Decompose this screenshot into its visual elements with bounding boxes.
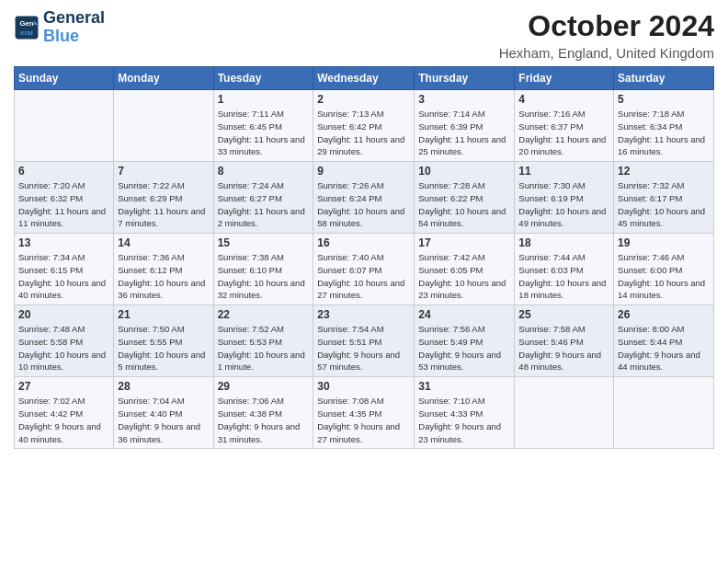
day-info: Sunrise: 7:16 AM Sunset: 6:37 PM Dayligh…	[518, 108, 609, 158]
month-title: October 2024	[499, 9, 714, 43]
header-day: Tuesday	[213, 67, 313, 90]
day-number: 24	[418, 308, 510, 321]
header-day: Wednesday	[313, 67, 415, 90]
day-info: Sunrise: 7:11 AM Sunset: 6:45 PM Dayligh…	[218, 108, 310, 158]
day-info: Sunrise: 7:40 AM Sunset: 6:07 PM Dayligh…	[317, 251, 410, 302]
day-info: Sunrise: 7:04 AM Sunset: 4:40 PM Dayligh…	[118, 395, 209, 445]
day-info: Sunrise: 7:13 AM Sunset: 6:42 PM Dayligh…	[317, 108, 410, 158]
day-number: 22	[218, 308, 310, 321]
calendar-cell: 28Sunrise: 7:04 AM Sunset: 4:40 PM Dayli…	[114, 377, 213, 449]
calendar-cell: 19Sunrise: 7:46 AM Sunset: 6:00 PM Dayli…	[614, 234, 714, 305]
logo: Gen eral General Blue	[14, 9, 105, 46]
day-number: 11	[518, 165, 609, 178]
calendar-cell: 8Sunrise: 7:24 AM Sunset: 6:27 PM Daylig…	[213, 162, 313, 234]
header-day: Thursday	[415, 67, 515, 90]
calendar-cell: 12Sunrise: 7:32 AM Sunset: 6:17 PM Dayli…	[614, 162, 714, 234]
location-title: Hexham, England, United Kingdom	[499, 45, 714, 61]
day-number: 7	[118, 165, 209, 178]
calendar-cell: 11Sunrise: 7:30 AM Sunset: 6:19 PM Dayli…	[515, 162, 614, 234]
day-number: 20	[18, 308, 109, 321]
calendar-cell: 26Sunrise: 8:00 AM Sunset: 5:44 PM Dayli…	[614, 305, 714, 377]
calendar-cell	[614, 377, 714, 449]
calendar-table: SundayMondayTuesdayWednesdayThursdayFrid…	[14, 66, 714, 449]
page: Gen eral General Blue October 2024 Hexha…	[0, 0, 728, 458]
svg-text:Gen: Gen	[19, 19, 33, 28]
day-info: Sunrise: 7:42 AM Sunset: 6:05 PM Dayligh…	[418, 251, 510, 302]
day-number: 3	[418, 93, 510, 106]
calendar-cell: 18Sunrise: 7:44 AM Sunset: 6:03 PM Dayli…	[515, 234, 614, 305]
calendar-cell: 10Sunrise: 7:28 AM Sunset: 6:22 PM Dayli…	[415, 162, 515, 234]
svg-text:eral: eral	[20, 29, 33, 37]
calendar-cell: 14Sunrise: 7:36 AM Sunset: 6:12 PM Dayli…	[114, 234, 213, 305]
day-number: 14	[118, 236, 209, 249]
day-info: Sunrise: 7:32 AM Sunset: 6:17 PM Dayligh…	[618, 179, 710, 230]
header: Gen eral General Blue October 2024 Hexha…	[14, 9, 714, 61]
header-row: SundayMondayTuesdayWednesdayThursdayFrid…	[15, 67, 714, 90]
day-info: Sunrise: 7:22 AM Sunset: 6:29 PM Dayligh…	[118, 179, 209, 230]
calendar-cell	[114, 90, 213, 162]
day-number: 17	[418, 236, 510, 249]
calendar-cell: 4Sunrise: 7:16 AM Sunset: 6:37 PM Daylig…	[515, 90, 614, 162]
calendar-cell: 9Sunrise: 7:26 AM Sunset: 6:24 PM Daylig…	[313, 162, 415, 234]
day-info: Sunrise: 7:34 AM Sunset: 6:15 PM Dayligh…	[18, 251, 109, 302]
header-day: Sunday	[15, 67, 114, 90]
day-info: Sunrise: 7:58 AM Sunset: 5:46 PM Dayligh…	[518, 323, 609, 373]
header-day: Saturday	[614, 67, 714, 90]
day-number: 28	[118, 380, 209, 393]
calendar-cell: 21Sunrise: 7:50 AM Sunset: 5:55 PM Dayli…	[114, 305, 213, 377]
calendar-cell: 16Sunrise: 7:40 AM Sunset: 6:07 PM Dayli…	[313, 234, 415, 305]
calendar-cell: 15Sunrise: 7:38 AM Sunset: 6:10 PM Dayli…	[213, 234, 313, 305]
day-number: 1	[218, 93, 310, 106]
day-number: 18	[518, 236, 609, 249]
day-number: 26	[618, 308, 710, 321]
calendar-cell: 25Sunrise: 7:58 AM Sunset: 5:46 PM Dayli…	[515, 305, 614, 377]
calendar-cell: 30Sunrise: 7:08 AM Sunset: 4:35 PM Dayli…	[313, 377, 415, 449]
day-number: 23	[317, 308, 410, 321]
calendar-cell: 23Sunrise: 7:54 AM Sunset: 5:51 PM Dayli…	[313, 305, 415, 377]
calendar-cell: 17Sunrise: 7:42 AM Sunset: 6:05 PM Dayli…	[415, 234, 515, 305]
day-number: 30	[317, 380, 410, 393]
day-info: Sunrise: 7:54 AM Sunset: 5:51 PM Dayligh…	[317, 323, 410, 373]
logo-line2: Blue	[43, 28, 105, 46]
calendar-cell: 27Sunrise: 7:02 AM Sunset: 4:42 PM Dayli…	[15, 377, 114, 449]
calendar-cell: 13Sunrise: 7:34 AM Sunset: 6:15 PM Dayli…	[15, 234, 114, 305]
day-number: 12	[618, 165, 710, 178]
day-info: Sunrise: 7:50 AM Sunset: 5:55 PM Dayligh…	[118, 323, 209, 373]
day-info: Sunrise: 7:48 AM Sunset: 5:58 PM Dayligh…	[18, 323, 109, 373]
day-number: 21	[118, 308, 209, 321]
day-info: Sunrise: 8:00 AM Sunset: 5:44 PM Dayligh…	[618, 323, 710, 373]
week-row: 13Sunrise: 7:34 AM Sunset: 6:15 PM Dayli…	[15, 234, 714, 305]
week-row: 6Sunrise: 7:20 AM Sunset: 6:32 PM Daylig…	[15, 162, 714, 234]
calendar-cell: 6Sunrise: 7:20 AM Sunset: 6:32 PM Daylig…	[15, 162, 114, 234]
day-info: Sunrise: 7:30 AM Sunset: 6:19 PM Dayligh…	[518, 179, 609, 230]
week-row: 1Sunrise: 7:11 AM Sunset: 6:45 PM Daylig…	[15, 90, 714, 162]
day-info: Sunrise: 7:28 AM Sunset: 6:22 PM Dayligh…	[418, 179, 510, 230]
day-number: 19	[618, 236, 710, 249]
calendar-cell: 1Sunrise: 7:11 AM Sunset: 6:45 PM Daylig…	[213, 90, 313, 162]
day-info: Sunrise: 7:46 AM Sunset: 6:00 PM Dayligh…	[618, 251, 710, 302]
day-number: 4	[518, 93, 609, 106]
calendar-cell: 3Sunrise: 7:14 AM Sunset: 6:39 PM Daylig…	[415, 90, 515, 162]
day-info: Sunrise: 7:08 AM Sunset: 4:35 PM Dayligh…	[317, 395, 410, 445]
day-info: Sunrise: 7:56 AM Sunset: 5:49 PM Dayligh…	[418, 323, 510, 373]
day-info: Sunrise: 7:52 AM Sunset: 5:53 PM Dayligh…	[218, 323, 310, 373]
header-day: Friday	[515, 67, 614, 90]
day-number: 13	[18, 236, 109, 249]
day-number: 2	[317, 93, 410, 106]
calendar-cell: 20Sunrise: 7:48 AM Sunset: 5:58 PM Dayli…	[15, 305, 114, 377]
day-info: Sunrise: 7:36 AM Sunset: 6:12 PM Dayligh…	[118, 251, 209, 302]
day-number: 6	[18, 165, 109, 178]
day-info: Sunrise: 7:02 AM Sunset: 4:42 PM Dayligh…	[18, 395, 109, 445]
day-info: Sunrise: 7:20 AM Sunset: 6:32 PM Dayligh…	[18, 179, 109, 230]
logo-text: General Blue	[43, 9, 105, 46]
day-number: 27	[18, 380, 109, 393]
day-number: 29	[218, 380, 310, 393]
day-info: Sunrise: 7:26 AM Sunset: 6:24 PM Dayligh…	[317, 179, 410, 230]
day-number: 8	[218, 165, 310, 178]
calendar-cell: 29Sunrise: 7:06 AM Sunset: 4:38 PM Dayli…	[213, 377, 313, 449]
day-info: Sunrise: 7:44 AM Sunset: 6:03 PM Dayligh…	[518, 251, 609, 302]
day-info: Sunrise: 7:06 AM Sunset: 4:38 PM Dayligh…	[218, 395, 310, 445]
header-day: Monday	[114, 67, 213, 90]
day-number: 31	[418, 380, 510, 393]
calendar-cell: 5Sunrise: 7:18 AM Sunset: 6:34 PM Daylig…	[614, 90, 714, 162]
